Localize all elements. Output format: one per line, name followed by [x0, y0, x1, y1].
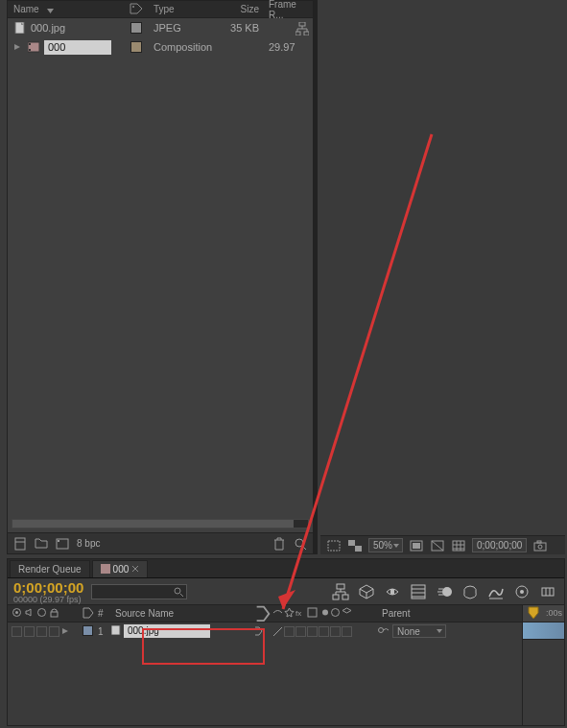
tag-icon	[83, 610, 96, 621]
layer-number-header: #	[98, 608, 111, 619]
flowchart-icon	[295, 26, 309, 37]
new-comp-button[interactable]	[54, 536, 71, 552]
switch-box[interactable]	[295, 626, 306, 637]
interpret-footage-button[interactable]	[12, 536, 29, 552]
svg-rect-10	[58, 540, 59, 542]
snapshot-button[interactable]	[532, 539, 548, 552]
twirl-icon[interactable]	[13, 41, 23, 53]
project-rows: 000.jpg JPEG 35 KB 000 Composition 29.97	[8, 18, 313, 57]
svg-rect-41	[111, 625, 120, 635]
close-icon[interactable]	[131, 564, 139, 575]
switch-box[interactable]	[307, 626, 318, 637]
project-panel: Name Type Size Frame R... 000.jpg JPEG 3…	[7, 0, 314, 554]
tab-render-queue[interactable]: Render Queue	[10, 560, 90, 577]
solo-icon	[36, 607, 47, 620]
svg-point-34	[15, 611, 18, 614]
viewer-timecode[interactable]: 0;00;00;00	[472, 538, 527, 552]
col-type-header[interactable]: Type	[150, 4, 226, 14]
tag-icon	[130, 3, 143, 16]
new-folder-button[interactable]	[33, 536, 50, 552]
switch-box[interactable]	[342, 626, 352, 637]
svg-rect-5	[299, 22, 305, 26]
composition-icon	[101, 564, 110, 575]
tab-comp[interactable]: 000	[92, 560, 149, 577]
annotation-arrow	[269, 125, 441, 623]
auto-keyframe-button[interactable]	[511, 581, 532, 602]
time-indicator-icon[interactable]	[525, 605, 542, 622]
svg-rect-36	[51, 612, 58, 617]
project-item-type: Composition	[150, 41, 226, 53]
col-name-label: Name	[13, 4, 39, 14]
switch-box[interactable]	[330, 626, 341, 637]
switch-box[interactable]	[319, 626, 329, 637]
pickwhip-icon[interactable]	[378, 625, 390, 637]
timeline-timecode[interactable]: 0;00;00;00	[13, 579, 83, 596]
col-frame-header[interactable]: Frame R...	[265, 0, 313, 20]
audio-toggle[interactable]	[24, 626, 35, 637]
col-label-header[interactable]	[123, 3, 150, 16]
timeline-track-area: :00s	[522, 605, 564, 725]
svg-rect-4	[29, 49, 31, 51]
timeline-frame-info: 00000 (29.97 fps)	[13, 596, 83, 604]
solo-toggle[interactable]	[36, 626, 47, 637]
brain-button[interactable]	[460, 581, 481, 602]
grid-button[interactable]	[451, 539, 466, 552]
svg-point-23	[175, 588, 180, 594]
project-item-frame: 29.97	[265, 41, 313, 53]
svg-point-42	[379, 628, 384, 633]
svg-point-20	[538, 545, 542, 549]
svg-line-43	[283, 134, 432, 609]
lock-icon	[49, 607, 59, 620]
project-columns-header: Name Type Size Frame R...	[8, 1, 313, 18]
expand-button[interactable]	[537, 581, 558, 602]
sort-arrow-icon	[47, 5, 54, 15]
timeline-search-input[interactable]	[91, 584, 187, 599]
project-item-type: JPEG	[150, 22, 226, 34]
label-color-box[interactable]	[130, 22, 142, 34]
svg-rect-19	[534, 543, 546, 551]
graph-editor-button[interactable]	[485, 581, 507, 602]
project-item-size: 35 KB	[226, 22, 265, 34]
label-color-box[interactable]	[130, 41, 142, 53]
audio-icon	[24, 607, 35, 620]
lock-toggle[interactable]	[49, 626, 59, 637]
twirl-icon[interactable]	[61, 626, 69, 637]
layer-bar[interactable]	[523, 622, 564, 640]
project-item-row[interactable]: 000.jpg JPEG 35 KB	[8, 18, 313, 37]
parent-dropdown[interactable]: None	[392, 624, 446, 638]
svg-point-31	[520, 590, 524, 594]
switch-box[interactable]	[284, 626, 295, 637]
project-scrollbar-area	[8, 517, 313, 530]
svg-point-35	[38, 609, 46, 617]
tab-label: Render Queue	[18, 564, 82, 575]
project-item-name: 000.jpg	[31, 22, 65, 34]
timeline-ruler[interactable]: :00s	[523, 605, 564, 622]
project-item-row[interactable]: 000 Composition 29.97	[8, 37, 313, 57]
svg-point-29	[442, 587, 452, 597]
col-name-header[interactable]: Name	[8, 4, 123, 14]
svg-rect-7	[304, 32, 309, 35]
image-file-icon	[111, 625, 121, 637]
bpc-toggle[interactable]: 8 bpc	[75, 538, 102, 549]
label-color-box[interactable]	[83, 625, 93, 636]
tab-label: 000	[113, 564, 130, 575]
svg-rect-21	[537, 541, 541, 543]
source-name-header[interactable]: Source Name	[111, 608, 253, 619]
layer-row[interactable]: 1 000.jpg None	[8, 622, 564, 640]
snap-icon-area[interactable]	[295, 22, 309, 37]
svg-point-0	[132, 6, 134, 8]
ruler-label: :00s	[546, 608, 562, 618]
composition-icon	[27, 40, 40, 54]
svg-rect-22	[101, 564, 110, 574]
project-item-name[interactable]: 000	[44, 40, 111, 55]
annotation-box	[142, 628, 265, 665]
svg-rect-32	[542, 588, 554, 596]
svg-rect-8	[15, 538, 25, 550]
horizontal-scrollbar[interactable]	[12, 519, 309, 528]
switch-box[interactable]	[272, 626, 283, 637]
layer-number: 1	[98, 626, 111, 637]
visibility-toggle[interactable]	[12, 626, 22, 637]
svg-rect-3	[29, 43, 31, 45]
col-size-header[interactable]: Size	[226, 4, 265, 14]
visibility-icon	[12, 607, 22, 620]
